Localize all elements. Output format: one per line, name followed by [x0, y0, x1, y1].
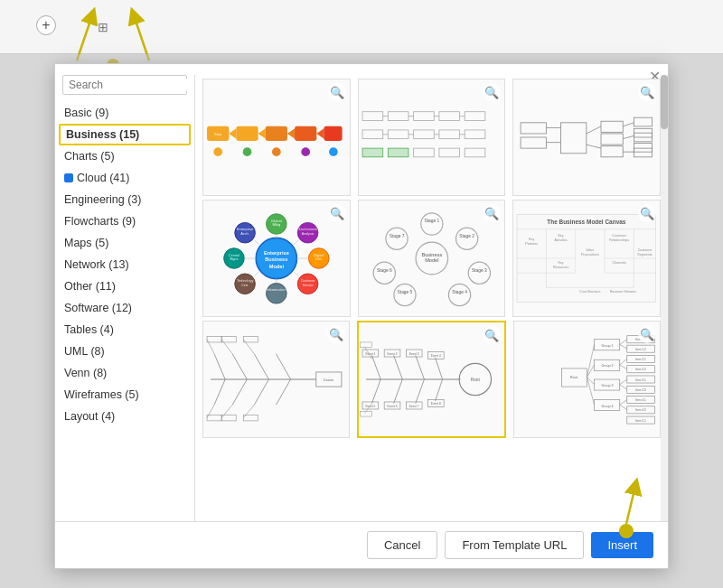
svg-point-103 — [448, 284, 470, 305]
svg-line-54 — [624, 135, 634, 138]
scroll-bar[interactable] — [661, 75, 668, 521]
zoom-icon-9[interactable]: 🔍 — [638, 325, 656, 343]
svg-text:Infrastructure: Infrastructure — [267, 288, 286, 292]
sidebar-item-network[interactable]: Network (13) — [55, 254, 194, 275]
sidebar-item-cloud[interactable]: Cloud (41) — [55, 167, 194, 189]
svg-line-91 — [255, 272, 259, 275]
svg-text:Mgmt: Mgmt — [230, 257, 238, 261]
zoom-icon-8[interactable]: 🔍 — [483, 326, 501, 344]
toolbar: + ⊞ — [0, 0, 723, 54]
add-button[interactable]: + — [36, 15, 56, 35]
template-cell-9[interactable]: Item 1.1 Item 1.2 Item 2.1 Item 2.2 Item… — [513, 321, 661, 438]
svg-line-141 — [214, 354, 225, 379]
svg-text:Stage 2: Stage 2 — [459, 234, 474, 238]
sidebar-item-software[interactable]: Software (12) — [55, 297, 194, 319]
svg-text:Stage 7: Stage 7 — [389, 234, 404, 238]
template-cell-3[interactable]: 🔍 — [512, 79, 661, 196]
svg-text:Group 4: Group 4 — [602, 405, 614, 408]
scroll-thumb[interactable] — [661, 75, 668, 129]
cloud-dot-icon — [64, 173, 73, 182]
svg-text:Group 1: Group 1 — [602, 344, 614, 348]
svg-rect-22 — [465, 112, 485, 121]
zoom-icon-5[interactable]: 🔍 — [483, 204, 501, 222]
from-template-url-button[interactable]: From Template URL — [445, 531, 584, 559]
svg-text:Item 4.1: Item 4.1 — [635, 398, 646, 402]
svg-point-14 — [243, 147, 252, 156]
template-cell-1[interactable]: Step — [202, 79, 351, 196]
sidebar-item-wireframes[interactable]: Wireframes (5) — [55, 384, 194, 406]
sidebar-item-flowcharts[interactable]: Flowcharts (9) — [55, 210, 194, 232]
zoom-icon-1[interactable]: 🔍 — [328, 83, 346, 101]
search-input[interactable] — [69, 79, 195, 91]
svg-text:Enterprise: Enterprise — [264, 250, 289, 256]
svg-line-186 — [416, 379, 425, 404]
template-cell-2[interactable]: 🔍 — [358, 79, 506, 196]
sidebar-item-maps[interactable]: Maps (5) — [55, 232, 194, 254]
cancel-button[interactable]: Cancel — [367, 531, 437, 559]
svg-line-151 — [214, 379, 225, 405]
dialog-footer: Cancel From Template URL Insert — [55, 521, 668, 568]
svg-text:Key: Key — [559, 261, 564, 265]
svg-text:Service: Service — [303, 284, 314, 287]
template-cell-6[interactable]: The Business Model Canvas — [512, 200, 661, 317]
templates-row-2: Enterprise Business Model Global Mktg — [202, 200, 661, 317]
svg-text:Group 3: Group 3 — [602, 384, 614, 387]
svg-point-97 — [420, 213, 442, 235]
template-cell-7[interactable]: Cause — [202, 321, 350, 438]
sidebar-item-uml[interactable]: UML (8) — [55, 341, 194, 362]
sidebar-item-charts[interactable]: Charts (5) — [55, 145, 194, 167]
templates-grid: Step — [195, 75, 668, 521]
sidebar-item-engineering[interactable]: Engineering (3) — [55, 189, 194, 210]
sidebar-item-basic[interactable]: Basic (9) — [55, 102, 194, 124]
template-cell-8[interactable]: Root Event 1 Event 2 — [357, 321, 506, 438]
svg-line-144 — [232, 354, 247, 379]
svg-rect-12 — [324, 126, 342, 141]
svg-text:Stage 3: Stage 3 — [472, 268, 487, 273]
template-diagram-2 — [359, 101, 505, 173]
svg-text:Customer: Customer — [613, 234, 628, 238]
svg-rect-31 — [465, 130, 485, 139]
svg-rect-41 — [521, 123, 546, 134]
svg-rect-8 — [266, 126, 287, 141]
svg-rect-21 — [439, 112, 460, 121]
sidebar-item-other[interactable]: Other (11) — [55, 275, 194, 297]
svg-line-220 — [620, 359, 627, 364]
zoom-icon-3[interactable]: 🔍 — [638, 83, 656, 101]
template-tree-diagram: Item 1.1 Item 1.2 Item 2.1 Item 2.2 Item… — [514, 321, 660, 438]
grid-view-button[interactable]: ⊞ — [93, 17, 113, 37]
zoom-icon-4[interactable]: 🔍 — [328, 204, 346, 222]
svg-rect-48 — [601, 121, 623, 132]
svg-rect-146 — [221, 337, 236, 342]
zoom-icon-2[interactable]: 🔍 — [483, 83, 501, 101]
templates-row-1: Step — [202, 79, 661, 196]
svg-text:Item 5.1: Item 5.1 — [635, 419, 646, 423]
svg-line-172 — [416, 355, 425, 379]
template-cell-4[interactable]: Enterprise Business Model Global Mktg — [202, 200, 351, 317]
svg-line-228 — [587, 344, 595, 377]
template-enterprise-diagram: Enterprise Business Model Global Mktg — [203, 200, 350, 317]
svg-text:Event 5: Event 5 — [365, 405, 375, 408]
sidebar-item-layout[interactable]: Layout (4) — [55, 406, 194, 427]
svg-rect-19 — [388, 112, 408, 121]
templates-row-3: Cause — [202, 321, 661, 438]
svg-text:Analysis: Analysis — [302, 232, 315, 236]
category-sidebar: 🔍 Basic (9) Business (15) Charts (5) Clo… — [55, 75, 195, 521]
search-box[interactable]: 🔍 — [62, 75, 187, 95]
svg-text:Event 8: Event 8 — [431, 402, 441, 406]
svg-rect-56 — [634, 143, 653, 152]
svg-rect-45 — [561, 123, 587, 154]
svg-text:Business: Business — [421, 252, 442, 257]
sidebar-item-tables[interactable]: Tables (4) — [55, 319, 194, 341]
zoom-icon-6[interactable]: 🔍 — [638, 204, 656, 222]
svg-text:Customer: Customer — [301, 279, 316, 283]
sidebar-item-business[interactable]: Business (15) — [59, 124, 191, 145]
svg-point-105 — [393, 284, 415, 305]
svg-rect-38 — [413, 148, 434, 157]
zoom-icon-7[interactable]: 🔍 — [327, 325, 345, 343]
insert-button[interactable]: Insert — [591, 532, 653, 558]
template-cell-5[interactable]: Business Model Stage 1 Stage 2 Stage 3 — [358, 200, 506, 317]
svg-line-218 — [620, 340, 627, 345]
svg-text:Cost Structure: Cost Structure — [580, 290, 601, 294]
svg-rect-30 — [439, 130, 460, 139]
sidebar-item-venn[interactable]: Venn (8) — [55, 362, 194, 384]
